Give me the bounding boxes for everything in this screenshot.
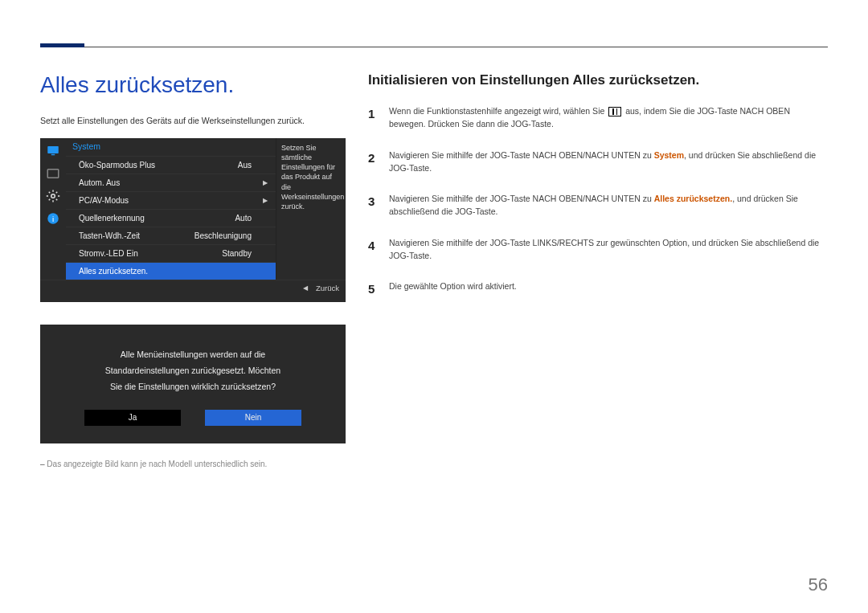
dialog-text-3: Sie die Einstellungen wirklich zurückset… xyxy=(56,379,330,395)
osd-item-list: Öko-Sparmodus PlusAusAutom. Aus▶PC/AV-Mo… xyxy=(66,156,276,280)
page-number: 56 xyxy=(809,574,828,595)
osd-row-label: Tasten-Wdh.-Zeit xyxy=(79,231,140,240)
osd-description: Setzen Sie sämtliche Einstellungen für d… xyxy=(276,138,346,280)
osd-row-label: Autom. Aus xyxy=(79,178,120,187)
step-number: 1 xyxy=(368,104,378,131)
step-body: Die gewählte Option wird aktiviert. xyxy=(389,280,828,298)
instruction-step: 5Die gewählte Option wird aktiviert. xyxy=(368,280,828,298)
dialog-no-button: Nein xyxy=(205,410,301,426)
svg-text:i: i xyxy=(52,215,54,223)
step-body: Wenn die Funktionstastenhilfe angezeigt … xyxy=(389,104,828,131)
svg-rect-2 xyxy=(47,170,59,178)
osd-row-label: Alles zurücksetzen. xyxy=(79,267,148,276)
dialog-text-1: Alle Menüeinstellungen werden auf die xyxy=(56,347,330,363)
chevron-right-icon: ▶ xyxy=(263,197,268,204)
back-arrow-icon: ◀ xyxy=(303,284,308,292)
osd-row-value: Aus xyxy=(238,161,252,170)
osd-menu-screenshot: i System Öko-Sparmodus PlusAusAutom. Aus… xyxy=(40,138,346,302)
gear-icon xyxy=(45,188,61,204)
info-icon: i xyxy=(45,210,61,227)
section-title: Alles zurücksetzen. xyxy=(40,72,346,98)
instruction-steps: 1Wenn die Funktionstastenhilfe angezeigt… xyxy=(368,104,828,298)
osd-row: Öko-Sparmodus PlusAus xyxy=(66,156,276,174)
osd-row-value: Standby xyxy=(222,249,252,258)
step-body: Navigieren Sie mithilfe der JOG-Taste LI… xyxy=(389,236,828,263)
osd-tab-icons: i xyxy=(40,138,66,280)
menu-icon xyxy=(608,107,621,116)
osd-row: Stromv.-LED EinStandby xyxy=(66,244,276,262)
image-disclaimer-note: Das angezeigte Bild kann je nach Modell … xyxy=(40,460,346,468)
osd-row-label: PC/AV-Modus xyxy=(79,196,129,205)
step-number: 5 xyxy=(368,280,378,298)
step-emphasis: System xyxy=(654,150,684,160)
osd-row: Autom. Aus▶ xyxy=(66,174,276,191)
osd-row-value: Beschleunigung xyxy=(194,231,252,240)
step-number: 4 xyxy=(368,236,378,263)
instruction-step: 4Navigieren Sie mithilfe der JOG-Taste L… xyxy=(368,236,828,263)
osd-row-label: Quellenerkennung xyxy=(79,214,145,223)
osd-row-label: Öko-Sparmodus Plus xyxy=(79,161,155,170)
osd-row: PC/AV-Modus▶ xyxy=(66,191,276,209)
osd-footer: ◀ Zurück xyxy=(40,280,346,296)
osd-row-label: Stromv.-LED Ein xyxy=(79,249,138,258)
osd-back-label: Zurück xyxy=(316,284,339,292)
dialog-text-2: Standardeinstellungen zurückgesetzt. Möc… xyxy=(56,363,330,379)
step-body: Navigieren Sie mithilfe der JOG-Taste NA… xyxy=(389,192,828,219)
right-column: Initialisieren von Einstellungen Alles z… xyxy=(368,72,828,468)
step-body: Navigieren Sie mithilfe der JOG-Taste NA… xyxy=(389,149,828,175)
picture-icon xyxy=(45,166,61,182)
instruction-step: 1Wenn die Funktionstastenhilfe angezeigt… xyxy=(368,104,828,131)
osd-row: Tasten-Wdh.-ZeitBeschleunigung xyxy=(66,227,276,244)
osd-row: Alles zurücksetzen. xyxy=(66,262,276,280)
step-number: 2 xyxy=(368,149,378,175)
step-emphasis: Alles zurücksetzen. xyxy=(654,194,732,203)
header-rule xyxy=(40,47,828,47)
svg-rect-0 xyxy=(47,146,59,153)
monitor-icon xyxy=(45,143,61,159)
osd-row: QuellenerkennungAuto xyxy=(66,209,276,227)
svg-point-3 xyxy=(51,194,55,198)
instructions-title: Initialisieren von Einstellungen Alles z… xyxy=(368,72,828,88)
osd-main-panel: System Öko-Sparmodus PlusAusAutom. Aus▶P… xyxy=(66,138,276,280)
instruction-step: 3Navigieren Sie mithilfe der JOG-Taste N… xyxy=(368,192,828,219)
chevron-right-icon: ▶ xyxy=(263,179,268,186)
svg-rect-1 xyxy=(51,154,55,156)
section-intro: Setzt alle Einstellungen des Geräts auf … xyxy=(40,116,346,125)
dialog-yes-button: Ja xyxy=(84,410,181,426)
header-accent xyxy=(40,43,84,47)
instruction-step: 2Navigieren Sie mithilfe der JOG-Taste N… xyxy=(368,149,828,175)
osd-category-title: System xyxy=(66,138,276,156)
confirm-dialog-screenshot: Alle Menüeinstellungen werden auf die St… xyxy=(40,325,346,443)
step-number: 3 xyxy=(368,192,378,219)
left-column: Alles zurücksetzen. Setzt alle Einstellu… xyxy=(40,72,346,468)
osd-row-value: Auto xyxy=(235,214,252,223)
page-content: Alles zurücksetzen. Setzt alle Einstellu… xyxy=(40,72,828,468)
